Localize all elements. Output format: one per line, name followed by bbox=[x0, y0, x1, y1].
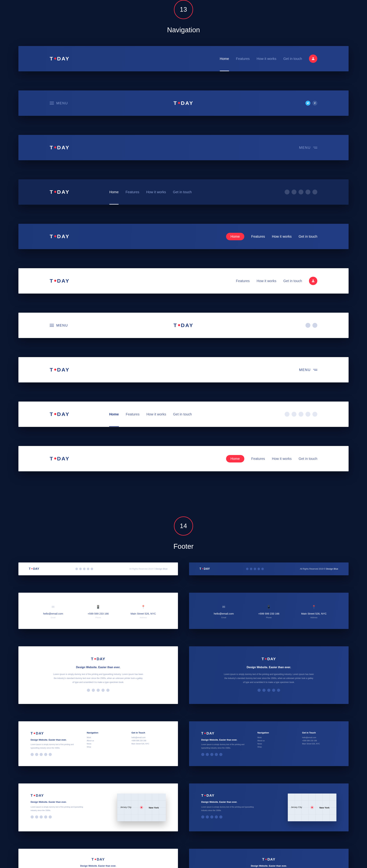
map[interactable]: Jersey City New York bbox=[288, 794, 336, 821]
social-icon[interactable] bbox=[44, 753, 47, 756]
social-icon[interactable] bbox=[210, 753, 214, 756]
pinterest-icon[interactable] bbox=[291, 190, 297, 194]
footer-link[interactable]: hello@email.com bbox=[302, 736, 336, 739]
social-icon[interactable] bbox=[206, 815, 209, 818]
logo[interactable]: TDAY bbox=[174, 100, 194, 106]
social-icon[interactable] bbox=[39, 753, 43, 756]
contact-addr-value[interactable]: Main Street 526, NYC bbox=[291, 612, 336, 615]
logo[interactable]: TDAY bbox=[91, 858, 105, 861]
footer-link[interactable]: Shop bbox=[87, 746, 121, 748]
pinterest-icon[interactable] bbox=[291, 412, 297, 416]
contact-phone-value[interactable]: +599 599 233 166 bbox=[76, 612, 121, 615]
footer-link[interactable]: About us bbox=[87, 740, 121, 742]
logo[interactable]: TDAY bbox=[50, 234, 70, 239]
logo[interactable]: TDAY bbox=[201, 732, 215, 735]
nav-how[interactable]: How it works bbox=[272, 457, 291, 461]
facebook-icon[interactable] bbox=[312, 101, 317, 105]
logo[interactable]: TDAY bbox=[50, 456, 70, 462]
twitter-icon[interactable] bbox=[306, 323, 310, 328]
social-icon[interactable] bbox=[49, 753, 52, 756]
nav-how[interactable]: How it works bbox=[146, 412, 166, 416]
social-icon[interactable] bbox=[272, 689, 275, 692]
nav-how[interactable]: How it works bbox=[257, 279, 276, 283]
nav-features[interactable]: Features bbox=[126, 412, 140, 416]
contact-email-value[interactable]: hello@email.com bbox=[201, 612, 246, 615]
nav-features[interactable]: Features bbox=[251, 457, 265, 461]
nav-home[interactable]: Home bbox=[109, 412, 119, 416]
social-icon[interactable] bbox=[35, 753, 38, 756]
social-icon[interactable] bbox=[257, 568, 260, 570]
logo[interactable]: TDAY bbox=[50, 278, 70, 284]
social-icon[interactable] bbox=[257, 689, 261, 692]
nav-features[interactable]: Features bbox=[236, 57, 250, 61]
behance-icon[interactable] bbox=[285, 412, 289, 416]
logo[interactable]: TDAY bbox=[50, 367, 70, 373]
menu-button[interactable]: MENU bbox=[299, 146, 317, 150]
nav-how[interactable]: How it works bbox=[272, 235, 291, 239]
footer-link[interactable]: Work bbox=[257, 736, 291, 739]
logo[interactable]: TDAY bbox=[50, 189, 70, 195]
social-icon[interactable] bbox=[87, 689, 90, 692]
nav-touch[interactable]: Get in touch bbox=[299, 457, 317, 461]
menu-button[interactable]: MENU bbox=[50, 323, 68, 328]
facebook-icon[interactable] bbox=[312, 412, 317, 416]
nav-home-pill[interactable]: Home bbox=[226, 455, 244, 462]
menu-button[interactable]: MENU bbox=[299, 368, 317, 372]
social-icon[interactable] bbox=[206, 753, 209, 756]
social-icon[interactable] bbox=[254, 568, 256, 570]
footer-link[interactable]: +599 599 233 166 bbox=[132, 740, 166, 742]
nav-touch[interactable]: Get in touch bbox=[173, 412, 192, 416]
logo[interactable]: TDAY bbox=[29, 567, 39, 570]
contact-phone-value[interactable]: +599 599 233 166 bbox=[246, 612, 291, 615]
nav-home[interactable]: Home bbox=[220, 57, 229, 61]
social-icon[interactable] bbox=[201, 815, 204, 818]
nav-features[interactable]: Features bbox=[236, 279, 250, 283]
social-icon[interactable] bbox=[277, 689, 280, 692]
twitter-icon[interactable] bbox=[306, 101, 310, 105]
social-icon[interactable] bbox=[246, 568, 249, 570]
social-icon[interactable] bbox=[262, 689, 265, 692]
twitter-icon[interactable] bbox=[306, 412, 310, 416]
nav-how[interactable]: How it works bbox=[146, 190, 166, 194]
social-icon[interactable] bbox=[44, 815, 47, 818]
footer-link[interactable]: Main Street 526, NYC bbox=[132, 743, 166, 745]
nav-features[interactable]: Features bbox=[251, 235, 265, 239]
nav-home-pill[interactable]: Home bbox=[226, 233, 244, 240]
footer-link[interactable]: hello@email.com bbox=[132, 736, 166, 739]
logo[interactable]: TDAY bbox=[50, 411, 70, 417]
map[interactable]: Jersey City New York bbox=[117, 794, 166, 821]
social-icon[interactable] bbox=[79, 568, 82, 570]
social-icon[interactable] bbox=[83, 568, 85, 570]
logo[interactable]: TDAY bbox=[50, 145, 70, 151]
logo[interactable]: TDAY bbox=[91, 657, 106, 661]
nav-how[interactable]: How it works bbox=[257, 57, 276, 61]
footer-link[interactable]: Shop bbox=[257, 746, 291, 748]
user-avatar-button[interactable] bbox=[309, 277, 317, 285]
contact-addr-value[interactable]: Main Street 526, NYC bbox=[121, 612, 166, 615]
footer-link[interactable]: Work bbox=[87, 736, 121, 739]
logo[interactable]: TDAY bbox=[31, 732, 44, 735]
logo[interactable]: TDAY bbox=[174, 322, 194, 328]
social-icon[interactable] bbox=[96, 689, 100, 692]
social-icon[interactable] bbox=[267, 689, 271, 692]
contact-email-value[interactable]: hello@email.com bbox=[31, 612, 76, 615]
footer-link[interactable]: Main Street 526, NYC bbox=[302, 743, 336, 745]
social-icon[interactable] bbox=[39, 815, 43, 818]
nav-touch[interactable]: Get in touch bbox=[299, 235, 317, 239]
menu-button[interactable]: MENU bbox=[50, 101, 68, 105]
nav-touch[interactable]: Get in touch bbox=[283, 279, 302, 283]
social-icon[interactable] bbox=[92, 689, 95, 692]
logo[interactable]: TDAY bbox=[199, 567, 210, 570]
social-icon[interactable] bbox=[261, 568, 264, 570]
social-icon[interactable] bbox=[49, 815, 52, 818]
behance-icon[interactable] bbox=[285, 190, 289, 194]
facebook-icon[interactable] bbox=[312, 190, 317, 194]
footer-link[interactable]: News bbox=[257, 743, 291, 745]
nav-home[interactable]: Home bbox=[109, 190, 118, 194]
facebook-icon[interactable] bbox=[312, 323, 317, 328]
social-icon[interactable] bbox=[250, 568, 252, 570]
social-icon[interactable] bbox=[106, 689, 110, 692]
social-icon[interactable] bbox=[219, 753, 222, 756]
instagram-icon[interactable] bbox=[299, 412, 303, 416]
footer-link[interactable]: About us bbox=[257, 740, 291, 742]
